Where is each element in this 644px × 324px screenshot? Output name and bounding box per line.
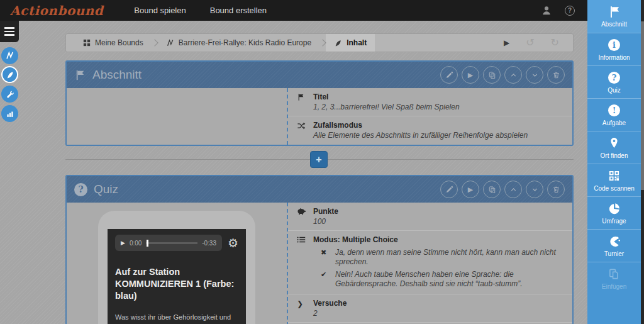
row-label: Zufallsmodus (313, 121, 528, 130)
feather-icon (6, 70, 14, 79)
move-up-button[interactable] (504, 66, 522, 84)
titel-row: Titel 1, 2, 3...barrierefrei! Viel Spaß … (288, 88, 572, 116)
route-icon (166, 39, 174, 47)
list-icon (297, 235, 313, 290)
rail-content-button[interactable] (1, 66, 18, 83)
correct-answer: ✔ Nein! Auch taube Menschen haben eine S… (321, 270, 564, 289)
delete-button[interactable] (547, 181, 565, 198)
add-element-button[interactable]: + (310, 151, 328, 168)
audio-progress-handle[interactable] (147, 240, 148, 247)
paste-icon (608, 267, 620, 281)
audio-remaining-time: -0:33 (202, 240, 216, 247)
chevron-separator-icon (319, 39, 326, 46)
move-down-button[interactable] (526, 181, 543, 198)
move-down-button[interactable] (526, 66, 543, 84)
modus-row: Modus: Multiple Choice ✖ Ja, denn wenn m… (288, 231, 572, 294)
breadcrumb-meine-bounds[interactable]: Meine Bounds (75, 34, 152, 52)
row-label: Titel (313, 92, 460, 102)
sidebar-item-einfuegen[interactable]: Einfügen (587, 262, 641, 294)
quiz-panel: ? Quiz ▶ ▶ 0:00 -0:33 (65, 175, 574, 324)
panel-title: Quiz (94, 182, 118, 196)
help-icon[interactable]: ? (565, 6, 575, 16)
grid-icon (83, 39, 91, 47)
sidebar-item-abschnitt[interactable]: Abschnitt (587, 0, 641, 33)
rail-bound-button[interactable] (1, 47, 18, 64)
top-bar: Actionbound Bound spielen Bound erstelle… (0, 0, 644, 21)
nav-bound-erstellen[interactable]: Bound erstellen (198, 0, 279, 21)
flag-icon (74, 69, 86, 81)
top-nav: Bound spielen Bound erstellen (122, 0, 279, 21)
audio-play-icon[interactable]: ▶ (121, 240, 125, 246)
breadcrumb-bound-title[interactable]: Barriere-Frei-Rallye: Kids Radio Europe (158, 34, 319, 52)
check-icon: ✔ (321, 270, 329, 289)
element-type-sidebar: Abschnitt i Information ? Quiz ! Aufgabe… (587, 0, 641, 324)
row-value: Alle Elemente des Abschnitts in zufällig… (313, 131, 528, 140)
rail-stats-button[interactable] (1, 105, 18, 122)
audio-progress-track[interactable] (146, 242, 197, 244)
row-value: 1, 2, 3...barrierefrei! Viel Spaß beim S… (313, 103, 460, 112)
piggy-bank-icon (297, 207, 313, 226)
qr-code-icon (608, 169, 620, 183)
route-icon (5, 51, 14, 60)
phone-screen: ▶ 0:00 -0:33 ⚙ Auf zur Station KOMMUNIZI… (108, 229, 246, 324)
panel-title: Abschnitt (92, 68, 142, 82)
question-icon: ? (608, 71, 620, 85)
play-icon: ▶ (468, 186, 473, 194)
play-button[interactable]: ▶ (462, 181, 479, 198)
undo-icon[interactable]: ↺ (526, 38, 534, 48)
menu-icon[interactable] (0, 21, 19, 42)
breadcrumb: Meine Bounds Barriere-Frei-Rallye: Kids … (65, 33, 574, 52)
sidebar-item-turnier[interactable]: Turnier (587, 229, 641, 262)
audio-current-time: 0:00 (130, 240, 142, 247)
edit-button[interactable] (440, 181, 458, 198)
preview-play-icon[interactable]: ▶ (504, 38, 509, 47)
chevron-separator-icon (151, 39, 158, 46)
move-up-button[interactable] (504, 181, 522, 198)
rail-settings-button[interactable] (1, 86, 18, 103)
wrench-icon (6, 90, 14, 99)
quiz-panel-header: ? Quiz ▶ (67, 176, 572, 203)
user-icon[interactable] (541, 5, 552, 16)
play-icon: ▶ (468, 71, 473, 79)
sidebar-item-aufgabe[interactable]: ! Aufgabe (587, 98, 641, 131)
breadcrumb-inhalt[interactable]: Inhalt (326, 34, 375, 52)
nav-bound-spielen[interactable]: Bound spielen (122, 0, 197, 21)
edit-button[interactable] (440, 66, 458, 84)
play-button[interactable]: ▶ (462, 66, 479, 84)
page-scrollbar (641, 0, 644, 324)
abschnitt-panel-header: Abschnitt ▶ (67, 62, 572, 88)
pie-chart-icon (608, 202, 621, 216)
redo-icon[interactable]: ↻ (551, 38, 559, 48)
shuffle-icon (297, 121, 313, 140)
chevron-right-icon: ❯ (297, 299, 313, 318)
flag-icon (297, 92, 313, 112)
wrong-answer: ✖ Ja, denn wenn man seine Stimme nicht h… (321, 248, 564, 267)
sidebar-item-code-scannen[interactable]: Code scannen (587, 164, 641, 196)
actionbound-logo[interactable]: Actionbound (10, 3, 103, 18)
punkte-row: Punkte 100 (288, 203, 572, 231)
versuche-row: ❯ Versuche 2 (288, 294, 572, 323)
duplicate-button[interactable] (483, 181, 501, 198)
abschnitt-preview-area (67, 88, 288, 145)
gear-icon[interactable]: ⚙ (228, 237, 238, 249)
delete-button[interactable] (547, 66, 565, 84)
quiz-question-text: Was wisst ihr über Gehörlosigkeit und Ge… (115, 312, 238, 324)
sidebar-item-ort-finden[interactable]: Ort finden (587, 131, 641, 164)
abschnitt-panel: Abschnitt ▶ Titel 1, 2, 3...barrierefrei… (65, 60, 574, 146)
feather-icon (334, 39, 342, 47)
sidebar-item-information[interactable]: i Information (587, 33, 641, 65)
scrollbar-thumb[interactable] (641, 21, 644, 190)
x-icon: ✖ (321, 248, 329, 267)
exclamation-icon: ! (608, 104, 620, 118)
phone-preview: ▶ 0:00 -0:33 ⚙ Auf zur Station KOMMUNIZI… (98, 211, 255, 324)
zufallsmodus-row: Zufallsmodus Alle Elemente des Abschnitt… (288, 116, 572, 144)
duplicate-button[interactable] (483, 66, 501, 84)
audio-player: ▶ 0:00 -0:33 (115, 235, 222, 251)
bar-chart-icon (6, 109, 14, 118)
info-icon: i (608, 38, 620, 52)
sidebar-item-quiz[interactable]: ? Quiz (587, 65, 641, 98)
sidebar-item-umfrage[interactable]: Umfrage (587, 196, 641, 229)
tournament-icon (608, 235, 621, 249)
quiz-question-heading: Auf zur Station KOMMUNIZIEREN 1 (Farbe: … (115, 266, 238, 302)
map-pin-icon (609, 137, 619, 150)
